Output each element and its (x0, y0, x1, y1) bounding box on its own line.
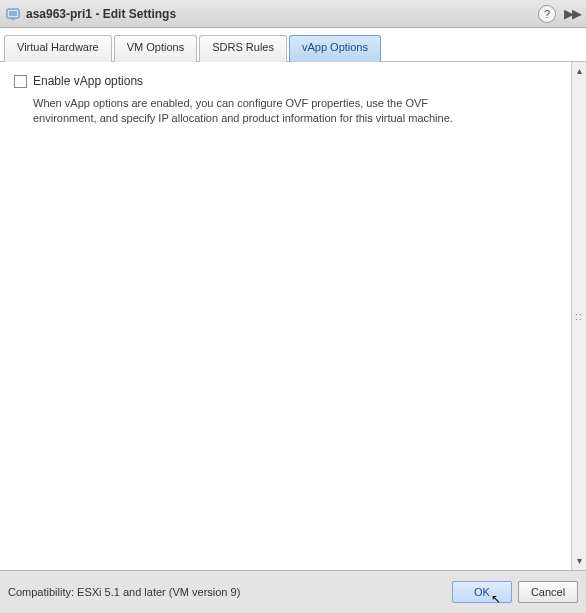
dialog-body: Enable vApp options When vApp options ar… (0, 62, 586, 570)
svg-rect-2 (11, 18, 15, 20)
resize-handle-icon[interactable]: :: (575, 311, 583, 322)
enable-vapp-label: Enable vApp options (33, 74, 143, 88)
scroll-down-icon[interactable]: ▾ (574, 554, 584, 568)
ok-button[interactable]: OK ↖ (452, 581, 512, 603)
enable-vapp-row: Enable vApp options (14, 74, 557, 88)
dialog-title: asa963-pri1 - Edit Settings (26, 7, 538, 21)
tab-vm-options[interactable]: VM Options (114, 35, 197, 62)
cancel-button[interactable]: Cancel (518, 581, 578, 603)
right-gutter: ▴ :: ▾ (572, 62, 586, 570)
vapp-description: When vApp options are enabled, you can c… (33, 96, 453, 127)
tab-sdrs-rules[interactable]: SDRS Rules (199, 35, 287, 62)
tab-vapp-options[interactable]: vApp Options (289, 35, 381, 62)
titlebar: asa963-pri1 - Edit Settings ? ▶▶ (0, 0, 586, 28)
svg-rect-1 (9, 11, 17, 16)
compatibility-text: Compatibility: ESXi 5.1 and later (VM ve… (8, 586, 446, 598)
tab-virtual-hardware[interactable]: Virtual Hardware (4, 35, 112, 62)
expand-arrows-icon[interactable]: ▶▶ (564, 6, 580, 21)
enable-vapp-checkbox[interactable] (14, 75, 27, 88)
scroll-up-icon[interactable]: ▴ (574, 64, 584, 78)
footer: Compatibility: ESXi 5.1 and later (VM ve… (0, 570, 586, 613)
tab-bar: Virtual Hardware VM Options SDRS Rules v… (0, 28, 586, 62)
ok-button-label: OK (474, 586, 490, 598)
help-icon[interactable]: ? (538, 5, 556, 23)
vm-icon (6, 7, 20, 21)
content-pane: Enable vApp options When vApp options ar… (0, 62, 572, 570)
cursor-icon: ↖ (491, 592, 501, 606)
